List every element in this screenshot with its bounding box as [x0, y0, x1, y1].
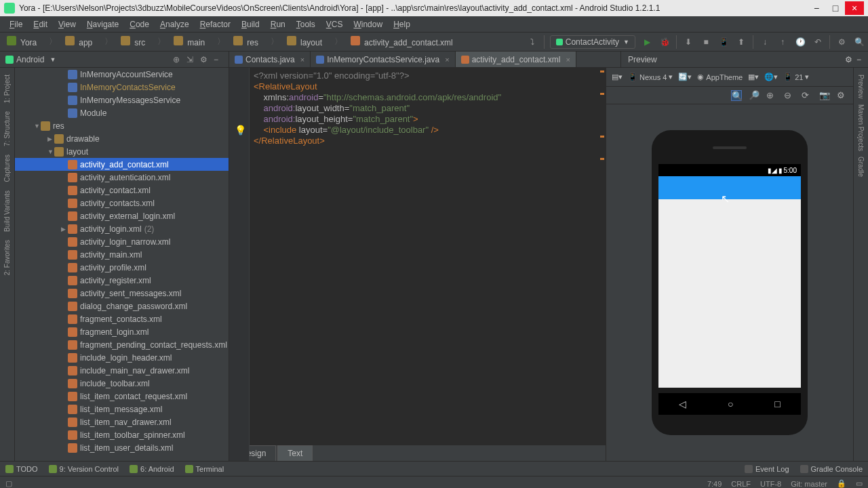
- vcs-history-icon[interactable]: 🕐: [794, 36, 806, 48]
- tree-item[interactable]: InMemoryMessagesService: [15, 94, 229, 106]
- tree-item[interactable]: ▶activity_login.xml(2): [15, 222, 229, 235]
- project-tree[interactable]: InMemoryAccountServiceInMemoryContactsSe…: [15, 68, 229, 461]
- tree-item[interactable]: activity_main.xml: [15, 248, 229, 261]
- search-icon[interactable]: 🔍: [853, 36, 865, 48]
- settings-icon[interactable]: ⚙: [200, 55, 210, 64]
- settings-icon[interactable]: ⚙: [835, 36, 848, 48]
- zoom-actual-icon[interactable]: 🔎: [749, 90, 760, 101]
- render-options-icon[interactable]: ▤▾: [612, 73, 623, 81]
- tree-item[interactable]: activity_autentication.xml: [15, 171, 229, 184]
- breadcrumb-item[interactable]: app: [75, 37, 96, 49]
- scroll-from-source-icon[interactable]: ⊕: [173, 55, 182, 64]
- menu-help[interactable]: Help: [388, 18, 416, 30]
- menu-refactor[interactable]: Refactor: [195, 18, 236, 30]
- tool-window-tab[interactable]: Preview: [857, 72, 865, 102]
- code-line[interactable]: android:layout_height="match_parent">: [254, 114, 606, 125]
- maximize-button[interactable]: □: [826, 1, 845, 15]
- breadcrumb-item[interactable]: Yora: [16, 37, 41, 49]
- tree-item[interactable]: fragment_login.xml: [15, 325, 229, 338]
- tool-window-tab[interactable]: 1: Project: [3, 72, 11, 106]
- device-select[interactable]: 📱Nexus 4▾: [628, 73, 673, 81]
- caret-position[interactable]: 7:49: [707, 480, 722, 488]
- code-line[interactable]: android:layout_width="match_parent": [254, 103, 606, 114]
- project-view-dropdown[interactable]: Android ▼: [5, 55, 56, 64]
- revert-icon[interactable]: ↶: [812, 36, 824, 48]
- code-line[interactable]: <RelativeLayout: [254, 81, 606, 92]
- tree-item[interactable]: Module: [15, 106, 229, 119]
- tree-item[interactable]: list_item_nav_drawer.xml: [15, 415, 229, 428]
- zoom-out-icon[interactable]: ⊖: [784, 90, 795, 101]
- tree-item[interactable]: activity_contacts.xml: [15, 197, 229, 209]
- tree-item[interactable]: activity_add_contact.xml: [15, 158, 229, 171]
- tree-item[interactable]: list_item_contact_request.xml: [15, 390, 229, 403]
- vcs-update-icon[interactable]: ↓: [759, 36, 771, 48]
- code-line[interactable]: xmlns:android="http://schemas.android.co…: [254, 92, 606, 103]
- menu-code[interactable]: Code: [124, 18, 155, 30]
- tool-window-tab[interactable]: Gradle: [857, 154, 865, 180]
- device-screen[interactable]: ▮◢ ▮ 5:00 ↖: [658, 164, 801, 388]
- menu-edit[interactable]: Edit: [28, 18, 53, 30]
- tree-item[interactable]: activity_register.xml: [15, 274, 229, 287]
- menu-file[interactable]: File: [4, 18, 28, 30]
- tree-item[interactable]: activity_external_login.xml: [15, 209, 229, 222]
- close-button[interactable]: ×: [845, 1, 864, 15]
- tree-item[interactable]: InMemoryAccountService: [15, 68, 229, 81]
- collapse-all-icon[interactable]: ⇲: [186, 55, 196, 64]
- menu-window[interactable]: Window: [348, 18, 388, 30]
- line-separator[interactable]: CRLF: [731, 480, 751, 488]
- file-encoding[interactable]: UTF-8: [760, 480, 781, 488]
- code-line[interactable]: <include layout="@layout/include_toolbar…: [254, 125, 606, 136]
- vcs-commit-icon[interactable]: ↑: [776, 36, 789, 48]
- gear-icon[interactable]: ⚙: [845, 55, 852, 64]
- tree-item[interactable]: ▼res: [15, 119, 229, 132]
- editor-tab[interactable]: activity_add_contact.xml×: [456, 52, 576, 67]
- bottom-tab[interactable]: 6: Android: [130, 465, 174, 473]
- lock-icon[interactable]: 🔒: [837, 479, 846, 488]
- menu-run[interactable]: Run: [265, 18, 291, 30]
- editor-tab[interactable]: InMemoryContactsService.java×: [311, 52, 456, 67]
- debug-button[interactable]: 🐞: [658, 36, 671, 48]
- breadcrumb-item[interactable]: layout: [296, 37, 326, 49]
- tree-item[interactable]: fragment_contacts.xml: [15, 312, 229, 325]
- tree-item[interactable]: ▶drawable: [15, 132, 229, 145]
- stop-icon[interactable]: ■: [700, 36, 712, 48]
- tree-item[interactable]: activity_login_narrow.xml: [15, 235, 229, 248]
- tree-item[interactable]: list_item_message.xml: [15, 403, 229, 415]
- tree-item[interactable]: list_item_toolbar_spinner.xml: [15, 428, 229, 441]
- editor-tab[interactable]: Contacts.java×: [229, 52, 311, 67]
- code-line[interactable]: <?xml version="1.0" encoding="utf-8"?>: [254, 70, 606, 81]
- tab-text[interactable]: Text: [277, 445, 313, 461]
- tool-window-tab[interactable]: 7: Structure: [3, 108, 11, 149]
- breadcrumb-item[interactable]: activity_add_contact.xml: [360, 37, 457, 49]
- theme-select[interactable]: ◉AppTheme: [697, 73, 743, 81]
- run-config-select[interactable]: ContactActivity ▼: [550, 35, 635, 49]
- zoom-in-icon[interactable]: ⊕: [766, 90, 777, 101]
- tool-window-tab[interactable]: Maven Projects: [857, 102, 865, 154]
- tree-item[interactable]: include_toolbar.xml: [15, 377, 229, 390]
- menu-build[interactable]: Build: [236, 18, 265, 30]
- breadcrumb-item[interactable]: res: [243, 37, 262, 49]
- bottom-tab[interactable]: 9: Version Control: [49, 465, 119, 473]
- menu-navigate[interactable]: Navigate: [81, 18, 124, 30]
- locale-icon[interactable]: 🌐▾: [764, 73, 778, 81]
- tree-item[interactable]: fragment_pending_contact_requests.xml: [15, 338, 229, 351]
- sdk-icon[interactable]: ⬆: [735, 36, 747, 48]
- intention-bulb-icon[interactable]: 💡: [235, 125, 246, 136]
- close-tab-icon[interactable]: ×: [445, 56, 449, 64]
- tree-item[interactable]: list_item_user_details.xml: [15, 441, 229, 454]
- bottom-tab[interactable]: Event Log: [745, 465, 789, 473]
- code-line[interactable]: </RelativeLayout>: [254, 136, 606, 146]
- menu-vcs[interactable]: VCS: [321, 18, 349, 30]
- bottom-tab[interactable]: TODO: [5, 465, 38, 473]
- bottom-tab[interactable]: Terminal: [185, 465, 224, 473]
- menu-view[interactable]: View: [53, 18, 81, 30]
- layout-options-icon[interactable]: ▦▾: [748, 73, 759, 81]
- make-project-icon[interactable]: ⤵: [526, 36, 538, 48]
- hide-icon[interactable]: −: [214, 55, 223, 64]
- status-icon[interactable]: ▢: [5, 479, 12, 488]
- tree-item[interactable]: InMemoryContactsService: [15, 81, 229, 94]
- tree-item[interactable]: include_main_nav_drawer.xml: [15, 364, 229, 377]
- close-tab-icon[interactable]: ×: [300, 56, 304, 64]
- menu-tools[interactable]: Tools: [291, 18, 321, 30]
- minimize-button[interactable]: −: [807, 1, 826, 15]
